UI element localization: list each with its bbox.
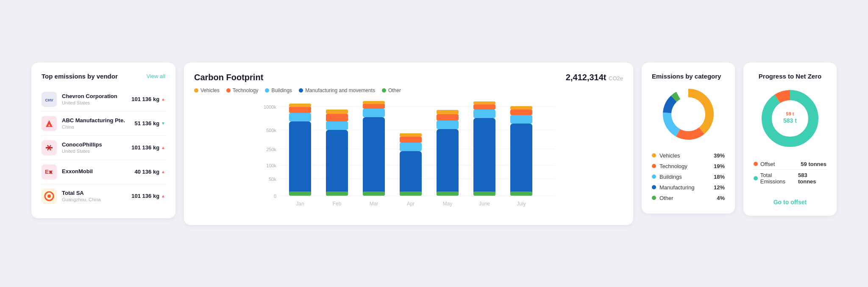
legend-dot-manufacturing: [299, 88, 303, 93]
go-to-offset-link[interactable]: Go to offset: [754, 195, 826, 205]
svg-rect-35: [363, 109, 385, 117]
svg-text:1000k: 1000k: [264, 104, 276, 110]
vendor-info-chevron: Chevron Corporation United States: [62, 93, 131, 105]
svg-rect-49: [473, 118, 495, 196]
svg-rect-27: [289, 104, 311, 107]
category-dot: [652, 174, 656, 179]
vendor-value: 101 136 kg ▲: [131, 144, 165, 151]
svg-rect-33: [326, 191, 348, 196]
legend-dot-vehicles: [194, 88, 198, 93]
legend-dot-buildings: [265, 88, 269, 93]
vendor-name: Total SA: [62, 190, 131, 196]
legend-dot-other: [382, 88, 386, 93]
svg-rect-36: [363, 104, 385, 109]
svg-text:A: A: [48, 124, 50, 127]
svg-text:x: x: [50, 169, 53, 175]
vendor-logo-total: [42, 189, 57, 204]
legend-technology: Technology: [226, 87, 259, 93]
svg-rect-42: [400, 133, 422, 137]
vendors-header: Top emissions by vendor View all: [42, 73, 165, 80]
view-all-link[interactable]: View all: [146, 73, 165, 79]
vendor-value: 101 136 kg ▲: [131, 96, 165, 102]
svg-rect-34: [363, 117, 385, 196]
svg-text:May: May: [443, 201, 453, 207]
carbon-value: 2,412,314t CO2e: [566, 73, 623, 82]
svg-text:June: June: [479, 201, 490, 207]
svg-rect-38: [363, 191, 385, 196]
svg-rect-53: [473, 191, 495, 196]
svg-rect-55: [510, 115, 532, 124]
svg-rect-37: [363, 101, 385, 104]
svg-rect-28: [289, 191, 311, 196]
svg-rect-56: [510, 110, 532, 115]
legend-manufacturing: Manufacturing and movements: [299, 87, 375, 93]
bar-chart: 1000k 500k 250k 100k 50k 0: [194, 100, 623, 215]
category-list: Vehicles 39% Technology 19% Buildings 18…: [652, 150, 725, 203]
svg-text:100k: 100k: [266, 163, 276, 168]
svg-text:July: July: [517, 201, 526, 207]
vendor-country: United States: [62, 149, 131, 154]
vendor-item: ConocoPhillips United States 101 136 kg …: [42, 136, 165, 160]
category-donut: [652, 87, 725, 142]
vendors-title: Top emissions by vendor: [42, 73, 118, 80]
svg-rect-29: [326, 130, 348, 196]
trend-icon: ▲: [161, 194, 165, 198]
trend-icon: ▲: [161, 97, 165, 101]
offset-dot: [754, 162, 758, 166]
svg-rect-30: [326, 121, 348, 130]
legend-other: Other: [382, 87, 401, 93]
legend-vehicles: Vehicles: [194, 87, 220, 93]
category-item-vehicles: Vehicles 39%: [652, 150, 725, 161]
vendor-name: ConocoPhillips: [62, 141, 131, 148]
svg-rect-41: [400, 137, 422, 143]
carbon-header: Carbon Footprint 2,412,314t CO2e: [194, 73, 623, 82]
svg-point-11: [47, 194, 51, 198]
svg-text:500k: 500k: [266, 128, 276, 133]
svg-text:0: 0: [274, 194, 276, 199]
vendors-list: CHV Chevron Corporation United States 10…: [42, 87, 165, 208]
svg-text:250k: 250k: [266, 147, 276, 152]
progress-card: Progress to Net Zero 59 t 583 t Offset: [743, 62, 837, 216]
svg-rect-57: [510, 106, 532, 110]
vendor-info-total: Total SA Guangzhou, China: [62, 190, 131, 202]
svg-text:CHV: CHV: [45, 98, 53, 102]
svg-rect-39: [400, 151, 422, 196]
vendor-info-conoco: ConocoPhillips United States: [62, 141, 131, 154]
svg-rect-31: [326, 114, 348, 121]
vendor-country: Guangzhou, China: [62, 197, 131, 202]
svg-point-71: [672, 98, 704, 130]
svg-text:50k: 50k: [269, 177, 276, 182]
category-dot: [652, 185, 656, 189]
progress-legend: Offset 59 tonnes Total Emissions 583 ton…: [754, 159, 826, 187]
svg-text:Mar: Mar: [370, 201, 378, 207]
category-title: Emissions by category: [652, 73, 725, 80]
chart-svg: 1000k 500k 250k 100k 50k 0: [194, 100, 623, 215]
svg-rect-54: [510, 124, 532, 196]
svg-rect-51: [473, 104, 495, 110]
dashboard: Top emissions by vendor View all CHV Che…: [31, 62, 837, 225]
vendor-item: A ABC Manufacturing Pte. China 51 136 kg…: [42, 112, 165, 136]
category-item-other: Other 4%: [652, 193, 725, 203]
vendor-logo-exxon: Ex x: [42, 164, 57, 180]
vendor-country: United States: [62, 100, 131, 105]
svg-rect-24: [289, 121, 311, 196]
svg-rect-32: [326, 110, 348, 114]
vendor-value: 40 136 kg ▲: [135, 169, 165, 175]
total-dot: [754, 176, 758, 180]
vendor-value: 101 136 kg ▲: [131, 193, 165, 199]
category-dot: [652, 164, 656, 168]
vendor-name: ABC Manufacturing Pte.: [62, 117, 135, 124]
trend-icon: ▼: [161, 121, 165, 126]
progress-donut-svg: 59 t 583 t: [758, 87, 822, 150]
progress-title: Progress to Net Zero: [754, 73, 826, 80]
vendor-name: Chevron Corporation: [62, 93, 131, 99]
svg-rect-50: [473, 110, 495, 118]
svg-rect-25: [289, 113, 311, 121]
svg-rect-44: [437, 129, 459, 196]
chart-legend: Vehicles Technology Buildings Manufactur…: [194, 87, 623, 93]
svg-rect-45: [437, 121, 459, 129]
category-donut-svg: [661, 87, 716, 142]
legend-buildings: Buildings: [265, 87, 292, 93]
category-dot: [652, 196, 656, 200]
vendor-country: China: [62, 124, 135, 129]
